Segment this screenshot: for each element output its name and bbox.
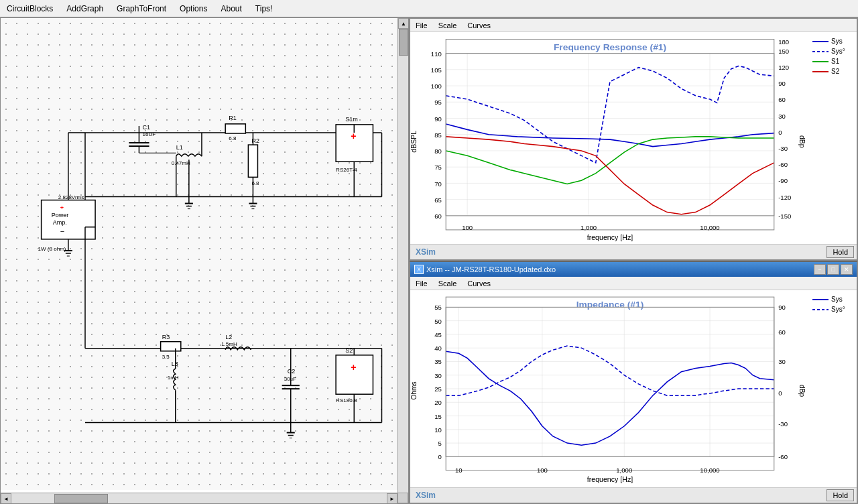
svg-text:6.8: 6.8 — [251, 180, 259, 186]
svg-text:-60: -60 — [778, 161, 788, 168]
svg-text:1,000: 1,000 — [616, 467, 632, 474]
xsim-label-top: XSim — [413, 246, 438, 258]
svg-text:1W (8 ohm): 1W (8 ohm) — [38, 246, 66, 252]
svg-text:30uF: 30uF — [284, 376, 296, 382]
maximize-button-bottom[interactable]: □ — [827, 264, 839, 275]
graph-top-menu-file[interactable]: File — [413, 21, 430, 30]
legend-item-sys-b: Sys — [812, 296, 854, 303]
graph-bottom-menu-file[interactable]: File — [413, 279, 430, 288]
graph-titlebar-bottom: X Xsim -- JM-RS28T-RS180-Updated.dxo − □… — [410, 262, 857, 277]
window-title-bottom: Xsim -- JM-RS28T-RS180-Updated.dxo — [426, 265, 556, 273]
hold-button-top[interactable]: Hold — [826, 246, 854, 258]
svg-text:-150: -150 — [778, 212, 791, 220]
menu-addgraph[interactable]: AddGraph — [62, 3, 107, 15]
graph-bottom-menu-scale[interactable]: Scale — [436, 279, 460, 288]
graph-content-top: Frequency Response (#1) dBSPL — [410, 32, 857, 244]
svg-text:Power: Power — [52, 212, 69, 218]
scroll-up-btn[interactable]: ▲ — [398, 18, 409, 29]
svg-text:L2: L2 — [225, 334, 232, 340]
svg-text:RS180-8: RS180-8 — [336, 397, 357, 403]
svg-text:0.47mH: 0.47mH — [172, 160, 190, 166]
svg-text:85: 85 — [434, 131, 442, 139]
svg-text:C2: C2 — [288, 368, 296, 375]
svg-text:0: 0 — [438, 454, 442, 461]
svg-text:30: 30 — [778, 359, 786, 366]
close-button-bottom[interactable]: ✕ — [841, 264, 853, 275]
impedance-chart: Impedance (#1) Ohms — [410, 290, 810, 487]
svg-text:75: 75 — [434, 164, 442, 171]
svg-text:40: 40 — [434, 345, 442, 352]
svg-text:0: 0 — [778, 129, 782, 136]
svg-text:60: 60 — [778, 96, 786, 103]
scroll-left-btn[interactable]: ◄ — [1, 493, 11, 504]
svg-text:R3: R3 — [162, 334, 170, 340]
menu-circuitblocks[interactable]: CircuitBlocks — [3, 3, 57, 15]
svg-text:150: 150 — [778, 48, 789, 55]
svg-text:1.5mH: 1.5mH — [221, 341, 237, 347]
svg-text:50: 50 — [434, 318, 442, 325]
hold-bar-top: XSim Hold — [410, 244, 857, 259]
svg-text:10: 10 — [434, 427, 442, 434]
main-layout: C1 16UF R1 6.8 L1 0.47mH R2 6.8 — [0, 17, 858, 504]
legend-item-sys-phase: Sys° — [812, 48, 854, 55]
horizontal-scrollbar[interactable]: ◄ ► — [1, 493, 397, 503]
graph-menubar-bottom: File Scale Curves — [410, 277, 857, 290]
svg-text:-30: -30 — [778, 421, 788, 428]
svg-text:100: 100 — [537, 467, 548, 474]
graph-top-menu-curves[interactable]: Curves — [465, 21, 493, 30]
graph-bottom-menu-curves[interactable]: Curves — [465, 279, 493, 288]
chart-area-bottom: Impedance (#1) Ohms — [410, 290, 810, 487]
svg-text:-60: -60 — [778, 454, 788, 461]
svg-text:110: 110 — [431, 50, 442, 58]
legend-line-s2 — [812, 71, 829, 72]
svg-rect-11 — [225, 124, 245, 133]
legend-line-sys-phase — [812, 51, 829, 52]
svg-text:-90: -90 — [778, 177, 788, 184]
right-panel: File Scale Curves Frequency Response (#1… — [409, 17, 858, 504]
svg-text:95: 95 — [434, 99, 442, 107]
circuit-svg: C1 16UF R1 6.8 L1 0.47mH R2 6.8 — [1, 18, 408, 490]
svg-text:80: 80 — [434, 147, 442, 155]
circuit-canvas[interactable]: C1 16UF R1 6.8 L1 0.47mH R2 6.8 — [1, 18, 408, 490]
svg-text:65: 65 — [434, 196, 442, 204]
svg-rect-72 — [336, 355, 373, 394]
vertical-scrollbar[interactable]: ▲ — [397, 18, 408, 493]
hold-button-bottom[interactable]: Hold — [826, 489, 854, 501]
svg-text:S2: S2 — [345, 347, 353, 354]
svg-text:Ohms: Ohms — [410, 382, 418, 400]
svg-text:3.3: 3.3 — [162, 354, 170, 360]
svg-rect-57 — [161, 342, 181, 351]
menu-graphtofront[interactable]: GraphToFront — [113, 3, 170, 15]
svg-text:L1: L1 — [176, 144, 183, 151]
svg-text:20: 20 — [434, 400, 442, 407]
menu-options[interactable]: Options — [176, 3, 211, 15]
scroll-thumb-v[interactable] — [399, 29, 408, 56]
svg-text:0: 0 — [778, 390, 782, 397]
graph-top-menu-scale[interactable]: Scale — [436, 21, 460, 30]
svg-text:105: 105 — [431, 66, 442, 74]
svg-text:120: 120 — [778, 64, 789, 71]
svg-text:60: 60 — [434, 212, 442, 220]
svg-text:10,000: 10,000 — [700, 467, 719, 474]
svg-text:2.828Vrms: 2.828Vrms — [58, 194, 84, 200]
scroll-right-btn[interactable]: ► — [387, 493, 397, 504]
graph-window-bottom: X Xsim -- JM-RS28T-RS180-Updated.dxo − □… — [409, 261, 858, 504]
scroll-thumb-h[interactable] — [54, 494, 108, 503]
svg-text:dBp: dBp — [798, 135, 806, 148]
legend-line-sys-b — [812, 299, 829, 300]
menu-about[interactable]: About — [217, 3, 245, 15]
svg-text:6.8: 6.8 — [229, 135, 237, 141]
svg-text:Frequency Response (#1): Frequency Response (#1) — [554, 42, 666, 52]
svg-text:1,000: 1,000 — [580, 224, 597, 231]
legend-label-sys-phase: Sys° — [831, 48, 845, 55]
legend-item-s1: S1 — [812, 58, 854, 65]
svg-text:−: − — [60, 227, 64, 235]
minimize-button-bottom[interactable]: − — [814, 264, 826, 275]
svg-text:dBSPL: dBSPL — [410, 131, 418, 153]
legend-label-sys: Sys — [831, 38, 843, 45]
svg-text:10,000: 10,000 — [700, 224, 719, 231]
graph-menubar-top: File Scale Curves — [410, 19, 857, 32]
svg-text:+: + — [351, 131, 356, 141]
svg-text:S1m: S1m — [345, 116, 358, 123]
menu-tips[interactable]: Tips! — [251, 3, 277, 15]
